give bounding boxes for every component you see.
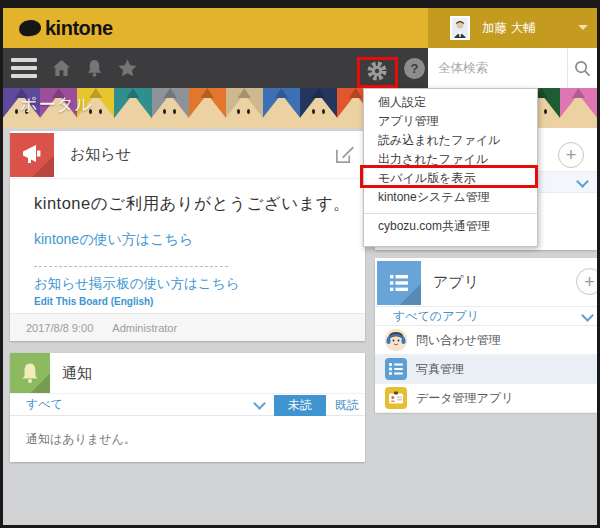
- chevron-down-icon[interactable]: [253, 397, 266, 410]
- apps-title: アプリ: [433, 273, 479, 292]
- avatar-photo: [452, 18, 468, 38]
- bell-icon: [10, 353, 50, 393]
- menu-item-personal-settings[interactable]: 個人設定: [364, 93, 537, 112]
- bulletin-board-usage-link[interactable]: お知らせ掲示板の使い方はこちら: [34, 275, 365, 293]
- notifications-panel: 通知 すべて 未読 既読 通知はありません。: [10, 353, 365, 462]
- filter-dropdown[interactable]: すべて: [26, 396, 63, 413]
- announcement-greeting: kintoneのご利用ありがとうございます。: [34, 193, 365, 215]
- settings-dropdown-menu: 個人設定 アプリ管理 読み込まれたファイル 出力されたファイル モバイル版を表示…: [363, 88, 538, 247]
- chevron-down-icon: [581, 309, 594, 322]
- app-row-data-management[interactable]: データ管理アプリ: [375, 384, 597, 413]
- kintone-logo-text: kintone: [45, 17, 113, 40]
- all-apps-link[interactable]: すべてのアプリ: [393, 308, 479, 325]
- menu-item-exported-files[interactable]: 出力されたファイル: [364, 150, 537, 169]
- announcement-author: Administrator: [112, 322, 177, 334]
- notifications-empty-message: 通知はありません。: [10, 416, 365, 448]
- apps-panel: アプリ + すべてのアプリ 問い合わせ管理: [375, 258, 597, 412]
- edit-icon[interactable]: [334, 144, 355, 169]
- apps-list-icon: [377, 261, 421, 305]
- notifications-header: 通知: [10, 353, 365, 393]
- announcement-footer: 2017/8/8 9:00 Administrator: [10, 313, 365, 341]
- photo-app-icon: [385, 358, 407, 380]
- pencil-graphic: [114, 88, 151, 128]
- app-name: データ管理アプリ: [416, 390, 513, 407]
- help-icon[interactable]: ?: [404, 58, 425, 79]
- pencil-graphic: [263, 88, 300, 128]
- app-row-inquiry-management[interactable]: 問い合わせ管理: [375, 326, 597, 355]
- search-icon[interactable]: [567, 48, 597, 88]
- chevron-down-icon: [578, 25, 588, 30]
- app-header: kintone 加藤 大輔: [3, 8, 597, 48]
- dashed-divider: [34, 266, 228, 267]
- settings-gear-icon[interactable]: [366, 60, 388, 86]
- user-menu[interactable]: 加藤 大輔: [428, 8, 597, 48]
- global-search: [428, 48, 597, 88]
- all-apps-row[interactable]: すべてのアプリ: [375, 306, 597, 326]
- app-name: 写真管理: [416, 361, 464, 378]
- announcement-panel: お知らせ kintoneのご利用ありがとうございます。 kintoneの使い方は…: [10, 131, 365, 341]
- hamburger-menu-icon[interactable]: [11, 58, 37, 78]
- app-name: 問い合わせ管理: [416, 332, 501, 349]
- announcement-title: お知らせ: [70, 145, 131, 164]
- kintone-logo-icon: [18, 19, 42, 38]
- data-app-icon: [385, 387, 407, 409]
- pencil-graphic: [226, 88, 263, 128]
- notifications-title: 通知: [62, 364, 92, 383]
- menu-separator: [364, 213, 537, 214]
- megaphone-icon: [10, 133, 54, 177]
- announcement-body: kintoneのご利用ありがとうございます。 kintoneの使い方はこちら お…: [10, 179, 365, 307]
- add-space-button[interactable]: +: [558, 142, 584, 168]
- home-icon[interactable]: [52, 59, 71, 77]
- notifications-filter-row: すべて 未読 既読: [10, 393, 365, 416]
- menu-item-app-management[interactable]: アプリ管理: [364, 112, 537, 131]
- pencil-graphic: [152, 88, 189, 128]
- edit-this-board-link[interactable]: Edit This Board (English): [34, 296, 365, 307]
- how-to-use-kintone-link[interactable]: kintoneの使い方はこちら: [34, 231, 365, 249]
- search-input[interactable]: [428, 48, 566, 88]
- apps-header: アプリ +: [375, 258, 597, 306]
- pencil-graphic: [300, 88, 337, 128]
- kintone-portal-window: ポータル kintone 加藤 大輔: [0, 0, 600, 528]
- chevron-down-icon: [576, 175, 589, 188]
- pencil-graphic: [560, 88, 597, 128]
- menu-item-cybozu-common-admin[interactable]: cybozu.com共通管理: [364, 217, 537, 236]
- announcement-header: お知らせ: [10, 131, 365, 179]
- menu-item-kintone-system-admin[interactable]: kintoneシステム管理: [364, 188, 537, 207]
- app-row-photo-management[interactable]: 写真管理: [375, 355, 597, 384]
- window-frame-left: [0, 0, 3, 528]
- notification-bell-icon[interactable]: [86, 59, 103, 77]
- portal-title: ポータル: [20, 93, 93, 116]
- read-tab[interactable]: 既読: [335, 395, 359, 416]
- menu-item-show-mobile-version[interactable]: モバイル版を表示: [364, 169, 537, 188]
- inquiry-app-avatar-icon: [385, 329, 407, 351]
- pencil-graphic: [189, 88, 226, 128]
- menu-item-imported-files[interactable]: 読み込まれたファイル: [364, 131, 537, 150]
- favorites-star-icon[interactable]: [118, 59, 137, 77]
- kintone-logo[interactable]: kintone: [19, 17, 113, 40]
- announcement-timestamp: 2017/8/8 9:00: [26, 322, 93, 334]
- unread-tab[interactable]: 未読: [274, 395, 326, 416]
- user-name: 加藤 大輔: [482, 20, 535, 37]
- window-frame-top: [0, 0, 600, 8]
- user-avatar: [450, 16, 470, 40]
